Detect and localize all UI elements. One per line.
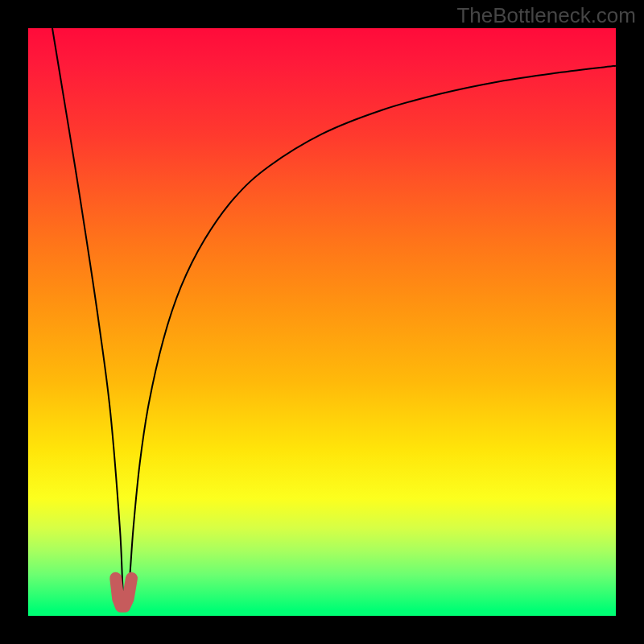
chart-container: TheBottleneck.com (0, 0, 644, 644)
plot-area (28, 28, 616, 616)
gradient-background (28, 28, 616, 616)
watermark-text: TheBottleneck.com (456, 3, 636, 28)
